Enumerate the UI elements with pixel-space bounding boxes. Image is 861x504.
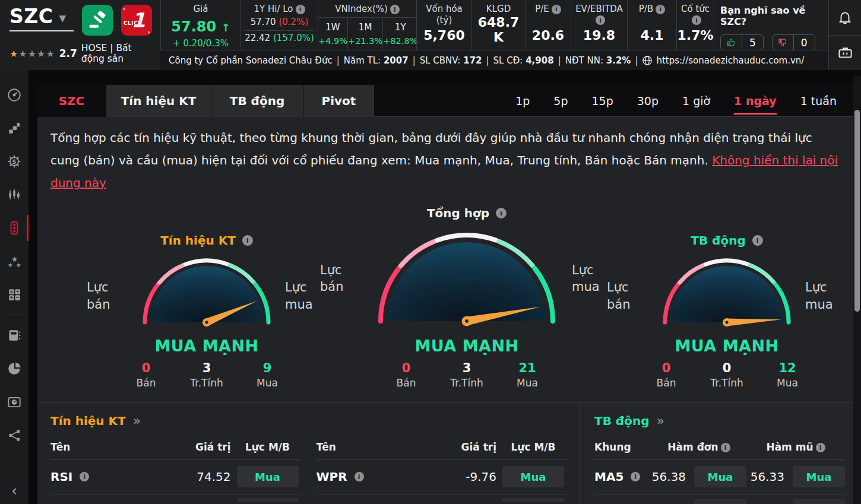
sidebar-item-ratings[interactable]: ★★★	[0, 245, 29, 278]
stat-market-cap: Vốn hóa (tỷ) 5,760	[416, 0, 471, 50]
timeframe-strip: 1p 5p 15p 30p 1 giờ 1 ngày 1 tuần	[374, 85, 853, 117]
sidebar-item-share[interactable]	[0, 419, 29, 452]
signal-button[interactable]: Mua	[793, 466, 845, 487]
stat-hi-lo: 1Y Hi/ Loi 57.70 (0.2%) 22.42 (157.0%)	[240, 0, 318, 50]
separator: |	[486, 55, 489, 66]
svg-text:★: ★	[7, 261, 12, 268]
signal-button[interactable]: Mua	[694, 466, 746, 487]
main-area: SZC Tín hiệu KT TB động Pivot 1p 5p 15p …	[29, 70, 861, 504]
sell-count: 0	[129, 361, 163, 375]
sidebar-item-meter[interactable]	[0, 385, 29, 419]
sidebar-item-overview[interactable]	[0, 78, 29, 112]
svg-text:★: ★	[15, 261, 21, 268]
dividend-value: 1.7%	[678, 28, 714, 43]
expand-chevrons-icon[interactable]: »	[133, 413, 141, 428]
gauge-left-label: Lực bán	[607, 279, 648, 313]
expand-chevrons-icon[interactable]: »	[656, 413, 664, 428]
portfolio-button[interactable]	[829, 36, 861, 71]
info-icon[interactable]: i	[692, 15, 701, 25]
collapse-chevron-icon: ‹	[11, 483, 17, 499]
employees-label: SL CBNV:	[420, 55, 461, 66]
info-icon[interactable]: i	[631, 472, 640, 481]
candlestick-chart-icon	[7, 187, 22, 202]
info-icon[interactable]: i	[752, 235, 763, 246]
indicator-name: RSI	[50, 470, 72, 484]
sidebar-item-technical-chart[interactable]	[0, 178, 29, 211]
star-rating-icon: ★★★★★	[10, 48, 55, 59]
info-icon[interactable]: i	[390, 5, 400, 14]
sidebar-item-market[interactable]	[0, 112, 29, 145]
timeframe-1d[interactable]: 1 ngày	[734, 87, 777, 115]
tab-szc[interactable]: SZC	[37, 85, 106, 117]
info-icon[interactable]: i	[296, 5, 305, 14]
signal-button[interactable]: Mua	[237, 466, 299, 487]
timeframe-15p[interactable]: 15p	[592, 87, 613, 115]
info-icon[interactable]: i	[552, 5, 561, 14]
scrollbar-thumb[interactable]	[854, 110, 860, 312]
table-row: RSIi 74.52 Mua	[50, 459, 301, 495]
info-icon[interactable]: i	[496, 208, 507, 218]
vnindex-value: +82.8%	[383, 36, 417, 46]
calculator-icon: ×÷+−	[7, 287, 22, 302]
price-up-arrow-icon: ↑	[221, 21, 230, 34]
thumbs-up-button[interactable]: 5	[720, 34, 764, 50]
gauge-summary: Tổng hợpi Lực bán Lực mua	[324, 206, 609, 389]
auction-gavel-button[interactable]	[82, 5, 113, 36]
thumbs-down-button[interactable]: 0	[772, 34, 815, 50]
timeframe-30p[interactable]: 30p	[637, 87, 659, 115]
gauges-row: Tín hiệu KTi Lực bán Lực mua	[37, 200, 853, 389]
vnindex-period: 1M	[348, 22, 382, 33]
col-header-name: Tên	[50, 441, 169, 453]
scrollbar-track	[853, 76, 861, 504]
info-icon[interactable]: i	[596, 15, 605, 25]
sentiment-question: Bạn nghĩ sao về SZC?	[720, 5, 822, 27]
sidebar-item-finance[interactable]: $	[0, 145, 29, 178]
tab-tin-hieu-kt[interactable]: Tín hiệu KT	[106, 85, 211, 117]
company-website-link[interactable]: https://sonadezichauduc.com.vn/	[656, 55, 804, 66]
tab-tb-dong[interactable]: TB động	[211, 85, 303, 117]
table-row-partial	[594, 495, 845, 504]
sidebar-item-journal[interactable]	[0, 319, 29, 352]
info-icon[interactable]: i	[816, 443, 825, 452]
gauge-title: Tổng hợp	[427, 206, 489, 220]
sidebar-collapse-button[interactable]: ‹	[11, 483, 17, 499]
stat-pe: P/Ei 20.6	[525, 0, 571, 50]
info-icon[interactable]: i	[721, 443, 730, 452]
price-value: 57.80	[171, 18, 216, 35]
timeframe-5p[interactable]: 5p	[553, 87, 568, 115]
shareholders-value: 4,908	[526, 55, 553, 66]
ticker-dropdown[interactable]: SZC ▼	[10, 5, 74, 28]
sidebar-item-calculator[interactable]: ×÷+−	[0, 278, 29, 311]
sell-label: Bán	[649, 377, 683, 389]
market-cap-label: Vốn hóa (tỷ)	[420, 4, 468, 26]
timeframe-1w[interactable]: 1 tuần	[800, 87, 837, 115]
vnindex-value: +4.9%	[318, 36, 347, 46]
vnindex-label: VNIndex(%)	[335, 4, 388, 14]
notifications-button[interactable]	[829, 0, 861, 36]
info-icon[interactable]: i	[242, 235, 253, 246]
simple-ma-value: 56.38	[651, 470, 692, 484]
tab-pivot[interactable]: Pivot	[303, 85, 374, 117]
company-name: Công ty Cổ phần Sonadezi Châu Đức	[169, 55, 333, 66]
ticker-underline	[10, 30, 74, 31]
gauge-verdict: MUA MẠNH	[675, 337, 778, 355]
one-click-trade-button[interactable]: ‹ 1 CLICK ›	[121, 5, 152, 36]
rating-value: 2.7	[59, 47, 77, 59]
buy-label: Mua	[250, 377, 284, 389]
info-icon[interactable]: i	[354, 472, 364, 481]
vnindex-value: +21.3%	[348, 36, 382, 46]
app-root: SZC ▼ ‹ 1	[0, 0, 861, 504]
sidebar-item-allocation[interactable]	[0, 352, 29, 385]
timeframe-1p[interactable]: 1p	[515, 87, 530, 115]
signal-button[interactable]: Mua	[502, 466, 564, 487]
info-icon[interactable]: i	[80, 472, 89, 481]
pie-chart-icon	[7, 361, 22, 376]
exp-ma-value: 56.33	[746, 470, 790, 484]
sidebar-item-trading-signals[interactable]	[0, 211, 29, 245]
ma-section-title: TB động	[594, 414, 649, 428]
foreign-value: 3.2%	[606, 55, 631, 66]
info-icon[interactable]: i	[656, 5, 665, 14]
col-header-value: Giá trị	[435, 441, 500, 453]
timeframe-1h[interactable]: 1 giờ	[682, 87, 710, 115]
vnindex-period: 1W	[318, 22, 347, 33]
